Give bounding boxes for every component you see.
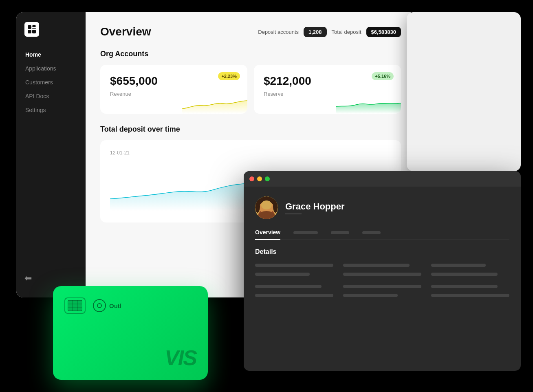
avatar — [255, 196, 278, 219]
detail-cell-3 — [431, 264, 509, 278]
details-title: Details — [255, 248, 509, 255]
total-deposit-value: $6,583830 — [366, 27, 401, 37]
tab-2[interactable] — [293, 229, 318, 240]
detail-line — [255, 285, 322, 288]
card-bottom: VIS — [64, 346, 196, 370]
card-brand-label: Outl — [109, 302, 121, 309]
sidebar-bottom: ⬅ — [16, 273, 86, 288]
chip-icon — [64, 297, 86, 314]
chart-date: 12-01-21 — [110, 150, 391, 156]
detail-line — [343, 285, 421, 288]
close-dot[interactable] — [249, 176, 254, 181]
content-header: Overview Deposit accounts 1,208 Total de… — [100, 25, 401, 38]
tab-placeholder-3 — [362, 231, 381, 234]
reserve-sparkline — [336, 93, 401, 114]
app-logo-icon — [24, 22, 39, 37]
user-info: Grace Hopper — [285, 201, 345, 214]
detail-line — [343, 273, 421, 276]
svg-rect-2 — [32, 28, 36, 29]
sidebar: Home Applications Customers API Docs Set… — [16, 12, 86, 297]
detail-line — [255, 273, 310, 276]
svg-rect-5 — [68, 300, 82, 311]
org-accounts-title: Org Accounts — [100, 50, 401, 58]
avatar-face — [255, 196, 278, 219]
total-deposit-label: Total deposit — [332, 29, 361, 35]
detail-line — [431, 264, 486, 267]
revenue-card: +2.23% $655,000 Revenue — [100, 65, 247, 114]
revenue-sparkline — [182, 93, 247, 114]
detail-line — [431, 273, 498, 276]
user-header: Grace Hopper — [255, 196, 509, 219]
svg-rect-0 — [28, 25, 31, 29]
maximize-dot[interactable] — [265, 176, 270, 181]
tab-4[interactable] — [362, 229, 381, 240]
user-underline — [285, 214, 302, 214]
reserve-card: +5.16% $212,000 Reserve — [254, 65, 401, 114]
svg-rect-4 — [32, 30, 36, 33]
user-name: Grace Hopper — [285, 201, 345, 212]
target-icon — [93, 299, 106, 312]
window-titlebar — [244, 171, 521, 187]
minimize-dot[interactable] — [257, 176, 262, 181]
detail-line — [431, 285, 498, 288]
sidebar-item-home[interactable]: Home — [21, 48, 81, 61]
sidebar-item-api-docs[interactable]: API Docs — [21, 90, 81, 103]
details-grid — [255, 264, 509, 300]
tab-placeholder-2 — [331, 231, 349, 234]
logout-icon[interactable]: ⬅ — [24, 273, 77, 284]
chart-section-title: Total deposit over time — [100, 125, 401, 134]
detail-cell-6 — [431, 285, 509, 300]
card-brand-row: Outl — [93, 299, 121, 312]
detail-cell-1 — [255, 264, 333, 278]
detail-cell-5 — [343, 285, 421, 300]
sidebar-logo — [16, 22, 86, 48]
sidebar-nav: Home Applications Customers API Docs Set… — [16, 48, 86, 273]
page-title: Overview — [100, 25, 151, 38]
sidebar-item-applications[interactable]: Applications — [21, 62, 81, 75]
tab-placeholder-1 — [293, 231, 318, 234]
org-accounts-cards: +2.23% $655,000 Revenue +5.16% — [100, 65, 401, 114]
detail-line — [343, 294, 398, 297]
detail-line — [343, 264, 410, 267]
user-tabs: Overview — [255, 229, 509, 240]
tab-overview[interactable]: Overview — [255, 229, 280, 240]
header-stats: Deposit accounts 1,208 Total deposit $6,… — [258, 27, 401, 37]
sidebar-item-customers[interactable]: Customers — [21, 76, 81, 89]
deposit-accounts-value: 1,208 — [304, 27, 327, 37]
detail-line — [255, 294, 333, 297]
revenue-badge: +2.23% — [218, 72, 240, 80]
detail-cell-4 — [255, 285, 333, 300]
visa-text: VIS — [165, 346, 196, 370]
tab-3[interactable] — [331, 229, 349, 240]
card-chip-row: Outl — [64, 297, 196, 314]
sidebar-item-settings[interactable]: Settings — [21, 104, 81, 117]
detail-line — [255, 264, 333, 267]
dark-window-content: Grace Hopper Overview Details — [244, 187, 521, 309]
grace-hopper-window: Grace Hopper Overview Details — [244, 171, 521, 371]
visa-card: Outl VIS — [53, 286, 208, 380]
deposit-accounts-label: Deposit accounts — [258, 29, 299, 35]
white-fragment — [407, 12, 521, 171]
detail-line — [431, 294, 509, 297]
svg-rect-3 — [28, 30, 31, 33]
svg-rect-1 — [32, 25, 36, 27]
detail-cell-2 — [343, 264, 421, 278]
reserve-badge: +5.16% — [372, 72, 394, 80]
